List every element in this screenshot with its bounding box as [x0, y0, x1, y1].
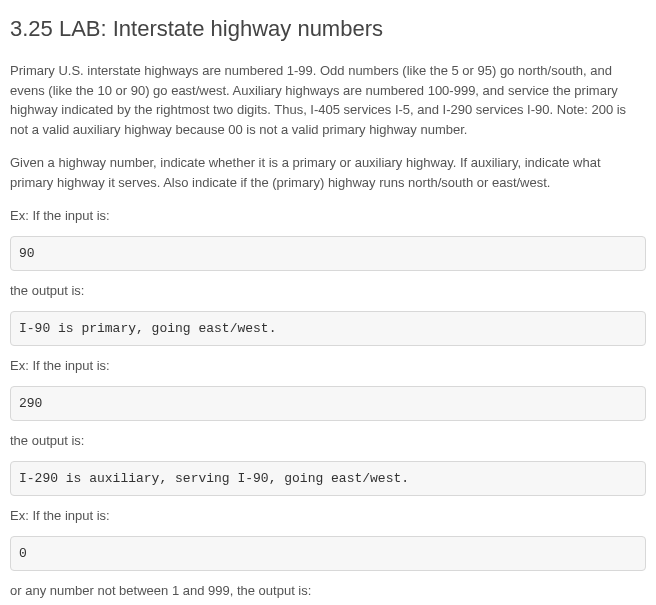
example-input-label: Ex: If the input is:	[10, 506, 646, 526]
code-input-3: 0	[10, 536, 646, 572]
intro-paragraph-2: Given a highway number, indicate whether…	[10, 153, 646, 192]
intro-paragraph-1: Primary U.S. interstate highways are num…	[10, 61, 646, 139]
page-title: 3.25 LAB: Interstate highway numbers	[10, 12, 646, 45]
example-output-label: the output is:	[10, 431, 646, 451]
example-input-label: Ex: If the input is:	[10, 356, 646, 376]
code-input-2: 290	[10, 386, 646, 422]
code-output-1: I-90 is primary, going east/west.	[10, 311, 646, 347]
code-input-1: 90	[10, 236, 646, 272]
example-input-label: Ex: If the input is:	[10, 206, 646, 226]
example-output-label: the output is:	[10, 281, 646, 301]
code-output-2: I-290 is auxiliary, serving I-90, going …	[10, 461, 646, 497]
example-or-label: or any number not between 1 and 999, the…	[10, 581, 646, 601]
